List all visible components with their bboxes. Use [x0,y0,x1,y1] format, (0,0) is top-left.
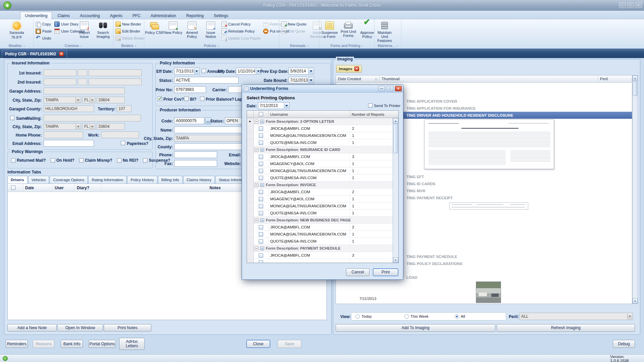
dropdown-arrow-icon[interactable] [76,124,81,129]
amend-policy[interactable]: Amend Policy [183,20,201,39]
row-select-cell[interactable] [254,139,268,146]
zip-field[interactable]: 33604 [97,97,125,103]
dialog-minimize-button[interactable]: — [378,86,385,91]
producer-code-field[interactable]: A00000075 [174,117,204,124]
report-issue[interactable]: Report Issue [75,20,94,39]
state-field[interactable]: FL [83,97,95,103]
photo-thumbnail[interactable] [476,281,501,303]
first-insured-last-name-field[interactable] [89,69,142,76]
paperless-checkbox[interactable] [121,141,125,145]
scroll-up-icon[interactable]: ▲ [393,118,398,123]
second-insured-mi-field[interactable] [78,79,87,85]
forms-grid-row[interactable]: MONICA@GALTINSURANCEBONITA.COM 1 [247,231,393,238]
dropdown-arrow-icon[interactable] [308,77,313,83]
send-to-printer-checkbox[interactable] [368,103,373,108]
producer-fax-field[interactable] [174,160,217,167]
forms-grid-row[interactable]: QUOTE@MESA-INS.COM 1 [247,139,393,146]
pfc[interactable]: PFC [128,12,145,19]
print-button[interactable]: Print [373,268,398,276]
document-thumbnail[interactable] [424,119,554,169]
weather-widget[interactable]: Sarasota 76.8°F [1,20,33,39]
peril-dropdown[interactable]: ALL [519,313,633,320]
cancel-button[interactable]: Cancel [346,268,369,276]
close-policy-button[interactable]: Close [246,340,270,348]
prior-no-field[interactable]: 07973983 [174,86,206,93]
bank-info-button[interactable]: Bank Info [61,340,83,348]
scroll-down-icon[interactable]: ▼ [393,257,398,263]
notes-diary-column-header[interactable]: Diary? [75,184,102,192]
ribbon-group-label-forms-printing[interactable]: Forms and Printing› [319,43,374,48]
row-select-cell[interactable] [254,189,268,195]
new-binder[interactable]: New Binder [114,20,146,28]
claim-misrep-[interactable]: Claim Misrep? [79,158,112,163]
reminders-button[interactable]: Reminders [6,340,28,348]
scroll-thumb[interactable] [633,81,637,96]
thumbnail-column-header[interactable]: Thumbnail [380,75,598,82]
underwriting[interactable]: Underwriting [20,12,52,19]
document-tab[interactable]: Policy CSR - PAFL0101902 ✕ [2,50,67,58]
paste[interactable]: Paste [34,28,53,35]
collapse-icon[interactable] [255,183,258,187]
delete-binder[interactable]: Delete Binder [114,35,146,42]
reinstate-policy[interactable]: Reinstate Policy [220,28,262,35]
mailing-zip-field[interactable]: 33604 [97,123,125,130]
vehicles[interactable]: Vehicles [28,176,49,184]
refresh-imaging-button[interactable]: Refresh Imaging [497,324,635,332]
bi-checkbox[interactable] [184,97,189,101]
dialog-close-button[interactable]: ✕ [395,86,402,91]
ribbon-group-label-common[interactable]: Common› [34,43,113,48]
select-all-checkbox[interactable] [259,112,263,116]
row-select-cell[interactable] [254,238,268,245]
adhoc-letters-button[interactable]: AdHoc Letters [119,338,145,350]
dropdown-arrow-icon[interactable] [627,313,632,319]
ribbon-group-label-policies[interactable]: Policies› [144,43,279,48]
forms-grid-row[interactable]: QUOTE@MESA-INS.COM 1 [247,238,393,245]
forms-grid-row[interactable]: MONICA@GALTINSURANCEBONITA.COM 1 [247,167,393,174]
forms-grid-row[interactable]: Form Description: PAYMENT SCHEDULE [247,245,393,252]
close-tab-icon[interactable]: ✕ [59,52,64,56]
exp-date-picker[interactable]: 1/11/2014 [236,68,261,74]
collapse-icon[interactable] [255,148,258,152]
administration[interactable]: Administration [146,12,181,19]
reporting[interactable]: Reporting [182,12,208,19]
imaging-scrollbar[interactable]: ▲ ▼ [632,75,638,304]
forms-grid-row[interactable]: Form Description: 3 OPTION LETTER [247,118,393,125]
ribbon-group-label-binders[interactable]: Binders› [113,43,144,48]
first-insured-first-name-field[interactable] [44,69,77,76]
dropdown-arrow-icon[interactable] [90,97,95,103]
undo[interactable]: Undo [34,35,53,42]
notes-user-column-header[interactable]: User [53,184,75,192]
row-select-cell[interactable] [254,132,268,139]
policy-history[interactable]: Policy History [127,176,157,184]
username-column-header[interactable]: Username [268,111,350,118]
maintain-und-features[interactable]: Maintain Und Features [375,20,394,43]
ribbon-group-label-weather[interactable]: Weather› [0,43,33,48]
minimize-button[interactable]: — [619,2,626,8]
suspense-a-form[interactable]: Suspense a Form [320,20,339,39]
on-hold-[interactable]: On Hold? [51,158,75,163]
add-to-imaging-button[interactable]: Add To Imaging [336,324,495,332]
print-und-forms[interactable]: Print Und Forms [339,20,358,39]
edit-binder[interactable]: Edit Binder [114,28,146,35]
date-created-column-header[interactable]: Date Created△ [336,75,380,82]
forms-grid-row[interactable]: JROCA@AMBFL.COM 3 [247,252,393,259]
grid-scrollbar[interactable]: ▲ ▼ [393,118,398,263]
copy[interactable]: Copy [34,20,53,28]
prev-exp-date-picker[interactable]: 5/9/2014 [289,68,314,74]
row-select-cell[interactable] [254,153,268,160]
cancel-policy[interactable]: Cancel Policy [220,20,262,28]
row-select-cell[interactable] [254,203,268,209]
second-insured-last-name-field[interactable] [89,79,142,85]
forms-grid-row[interactable]: MGAGENCY@AOL.COM 1 [247,196,393,203]
forms-grid-row[interactable]: Form Description: INSURANCE ID CARD [247,146,393,153]
close-button[interactable]: ✕ [635,2,642,8]
view-today-radio[interactable] [355,314,360,319]
approve-policy[interactable]: Approve Policy [358,20,377,39]
row-select-cell[interactable] [254,174,268,181]
scroll-thumb[interactable] [393,124,398,153]
drivers[interactable]: Drivers [7,176,28,184]
first-insured-mi-field[interactable] [78,69,87,76]
accounting[interactable]: Accounting [75,12,104,19]
collapse-icon[interactable] [255,218,258,222]
scroll-up-icon[interactable]: ▲ [633,75,638,81]
